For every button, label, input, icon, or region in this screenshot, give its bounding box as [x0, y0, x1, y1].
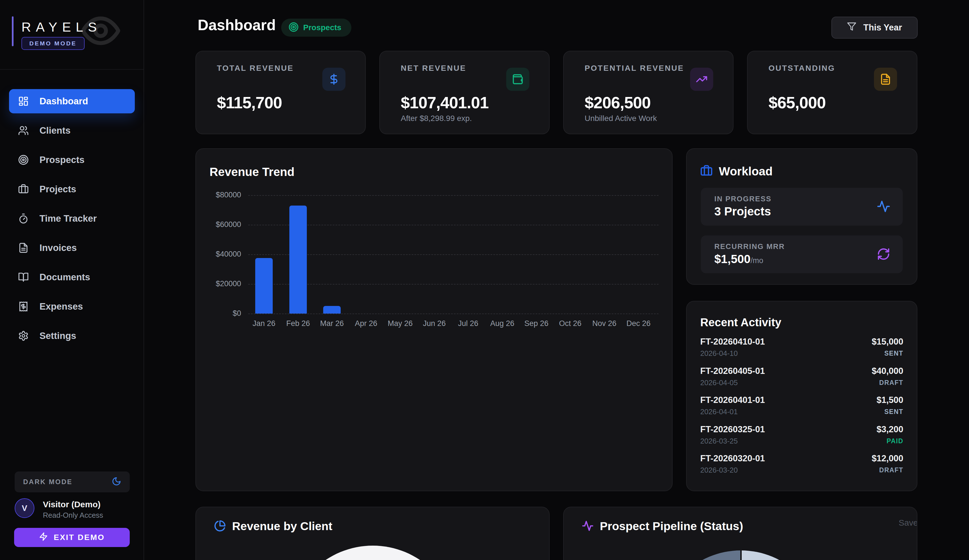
- sidebar-item-label: Invoices: [40, 243, 77, 253]
- workload-card-suffix: /mo: [751, 256, 763, 265]
- stat-card-potential-revenue: POTENTIAL REVENUE$206,500Unbilled Active…: [563, 51, 734, 134]
- invoice-amount: $12,000: [872, 454, 903, 464]
- time-filter-label: This Year: [863, 23, 902, 33]
- sidebar-item-expenses[interactable]: Expenses: [9, 294, 135, 319]
- stat-subtitle: Unbilled Active Work: [584, 114, 657, 123]
- invoice-id: FT-20260325-01: [700, 424, 765, 435]
- page-title: Dashboard: [198, 17, 276, 33]
- revenue-by-client-panel: Revenue by Client: [195, 507, 549, 560]
- dollar-sign-icon: [322, 68, 345, 91]
- sidebar-item-clients[interactable]: Clients: [9, 118, 135, 143]
- stat-card-net-revenue: NET REVENUE$107,401.01After $8,298.99 ex…: [379, 51, 549, 134]
- invoice-date: 2026-04-01: [700, 407, 738, 416]
- gridline: [248, 284, 659, 284]
- sidebar-item-documents[interactable]: Documents: [9, 265, 135, 289]
- wallet-icon: [506, 68, 529, 91]
- eye-icon: [80, 10, 122, 53]
- gridline: [248, 195, 659, 196]
- workload-card-in-progress: IN PROGRESS3 Projects: [701, 188, 903, 226]
- sidebar-item-prospects[interactable]: Prospects: [9, 148, 135, 172]
- activity-row[interactable]: FT-20260401-012026-04-01$1,500SENT: [700, 395, 903, 421]
- stat-label: TOTAL REVENUE: [217, 64, 293, 73]
- x-axis-tick: Mar 26: [314, 319, 350, 328]
- revenue-trend-panel: Revenue Trend $0$20000$40000$60000$80000…: [195, 148, 673, 491]
- briefcase-icon: [700, 165, 713, 178]
- y-axis-tick: $60000: [199, 220, 241, 229]
- sidebar-item-label: Prospects: [40, 155, 85, 165]
- sidebar-item-settings[interactable]: Settings: [9, 324, 135, 348]
- workload-panel: Workload IN PROGRESS3 ProjectsRECURRING …: [686, 148, 917, 285]
- sidebar-item-invoices[interactable]: Invoices: [9, 236, 135, 260]
- filter-icon: [847, 22, 856, 33]
- sidebar-item-label: Dashboard: [40, 96, 88, 106]
- sidebar-item-dashboard[interactable]: Dashboard: [9, 89, 135, 113]
- invoice-amount: $40,000: [872, 366, 903, 376]
- x-axis-tick: Sep 26: [518, 319, 555, 328]
- workload-card-label: RECURRING MRR: [714, 242, 785, 251]
- recent-activity-panel: Recent Activity FT-20260410-012026-04-10…: [686, 301, 917, 491]
- activity-row[interactable]: FT-20260405-012026-04-05$40,000DRAFT: [700, 366, 903, 392]
- y-axis-tick: $20000: [199, 279, 241, 288]
- invoice-date: 2026-03-20: [700, 466, 738, 475]
- prospect-pipeline-pie: [659, 550, 822, 560]
- x-axis-tick: Oct 26: [552, 319, 589, 328]
- stat-label: POTENTIAL REVENUE: [584, 64, 684, 73]
- y-axis-tick: $80000: [199, 191, 241, 199]
- time-filter-button[interactable]: This Year: [831, 17, 918, 39]
- sidebar-item-label: Clients: [40, 125, 70, 136]
- bar-jan-26: [255, 258, 273, 314]
- invoice-date: 2026-04-10: [700, 349, 738, 358]
- users-icon: [18, 125, 29, 136]
- x-axis-tick: Apr 26: [348, 319, 385, 328]
- invoice-amount: $3,200: [876, 424, 903, 435]
- invoice-status: DRAFT: [879, 466, 903, 474]
- stat-label: OUTSTANDING: [769, 64, 835, 73]
- stat-subtitle: After $8,298.99 exp.: [401, 114, 472, 123]
- x-axis-tick: Jan 26: [246, 319, 282, 328]
- workload-card-recurring-mrr: RECURRING MRR$1,500/mo: [701, 236, 903, 273]
- user-name: Visitor (Demo): [43, 500, 100, 509]
- revenue-by-client-title: Revenue by Client: [232, 520, 332, 533]
- y-axis-tick: $40000: [199, 250, 241, 259]
- pie-slice-gap: [740, 550, 742, 560]
- sidebar-item-label: Expenses: [40, 301, 83, 312]
- activity-row[interactable]: FT-20260320-012026-03-20$12,000DRAFT: [700, 454, 903, 479]
- invoice-status: SENT: [884, 408, 903, 415]
- invoice-status: SENT: [884, 350, 903, 357]
- x-axis-tick: Nov 26: [586, 319, 623, 328]
- revenue-trend-title: Revenue Trend: [210, 165, 295, 179]
- stat-value: $206,500: [584, 93, 651, 112]
- stat-value: $115,700: [217, 93, 282, 112]
- sidebar-item-projects[interactable]: Projects: [9, 177, 135, 201]
- stat-label: NET REVENUE: [401, 64, 466, 73]
- gridline: [248, 225, 659, 225]
- prospects-badge[interactable]: Prospects: [281, 18, 351, 37]
- x-axis-tick: Jun 26: [416, 319, 453, 328]
- save-overlay-text: Save: [899, 518, 917, 528]
- exit-demo-button[interactable]: EXIT DEMO: [14, 528, 130, 547]
- logo-section: RAYELS DEMO MODE: [0, 0, 143, 70]
- book-open-icon: [18, 272, 29, 282]
- workload-card-label: IN PROGRESS: [714, 194, 772, 203]
- dark-mode-toggle[interactable]: DARK MODE: [15, 472, 130, 492]
- briefcase-icon: [18, 184, 29, 194]
- y-axis-tick: $0: [199, 309, 241, 318]
- invoice-id: FT-20260401-01: [700, 395, 765, 405]
- prospects-badge-label: Prospects: [303, 23, 341, 32]
- invoice-status: DRAFT: [879, 379, 903, 387]
- sidebar-item-label: Documents: [40, 272, 90, 282]
- invoice-id: FT-20260320-01: [700, 454, 765, 464]
- gridline: [248, 314, 659, 314]
- invoice-amount: $15,000: [872, 337, 903, 347]
- bar-feb-26: [289, 206, 307, 314]
- sidebar-nav: DashboardClientsProspectsProjectsTime Tr…: [9, 89, 135, 348]
- x-axis-tick: Dec 26: [620, 319, 657, 328]
- activity-row[interactable]: FT-20260410-012026-04-10$15,000SENT: [700, 337, 903, 362]
- trending-up-icon: [690, 68, 713, 91]
- receipt-icon: [18, 301, 29, 312]
- invoice-id: FT-20260405-01: [700, 366, 765, 376]
- invoice-status: PAID: [887, 437, 903, 445]
- sidebar-item-time-tracker[interactable]: Time Tracker: [9, 206, 135, 231]
- activity-row[interactable]: FT-20260325-012026-03-25$3,200PAID: [700, 424, 903, 450]
- revenue-by-client-pie: [288, 546, 458, 560]
